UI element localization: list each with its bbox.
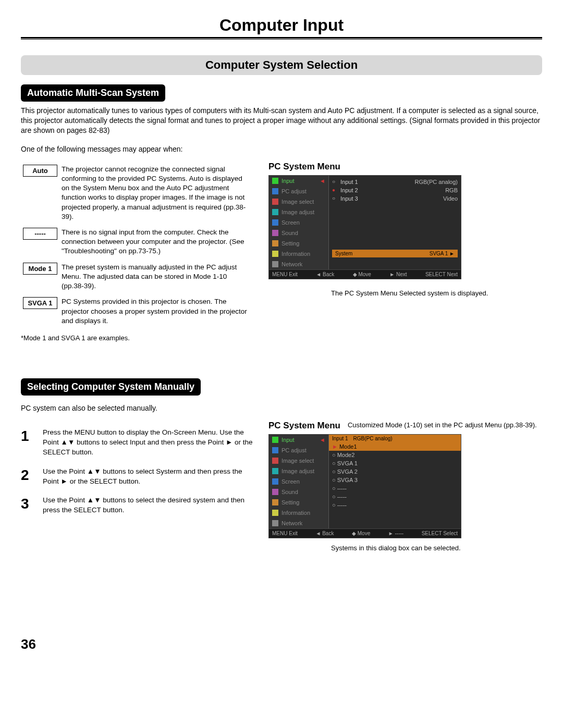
input1-label: Input 1: [340, 179, 372, 185]
input-icon: [272, 437, 278, 443]
side-network: Network: [282, 261, 302, 267]
ft-back: ◄ Back: [316, 272, 334, 277]
ft-exit: MENU Exit: [272, 272, 298, 277]
step-2-num: 2: [21, 467, 34, 487]
input1-val: RGB(PC analog): [414, 179, 458, 185]
examples-footnote: *Mode 1 and SVGA 1 are examples.: [21, 334, 253, 342]
topbar-input: Input 1: [332, 436, 348, 441]
osd2-caption: Systems in this dialog box can be select…: [331, 544, 542, 553]
screen-icon: [272, 478, 278, 485]
list-svga2: SVGA 2: [337, 468, 358, 475]
auto-scan-heading: Automatic Multi-Scan System: [21, 84, 165, 102]
manual-intro: PC system can also be selected manually.: [21, 404, 542, 412]
osd-main-1: ○Input 1RGB(PC analog) ●Input 2RGB ○Inpu…: [329, 176, 461, 269]
side-info: Information: [282, 251, 310, 257]
list-mode1: Mode1: [339, 443, 357, 450]
ft-move: ◆ Move: [353, 272, 371, 277]
osd-menu-2: Input◄ PC adjust Image select Image adju…: [268, 434, 461, 538]
setting-icon: [272, 499, 278, 505]
desc-mode1: The preset system is manually adjusted i…: [59, 260, 253, 294]
info-icon: [272, 251, 278, 257]
label-auto: Auto: [23, 165, 57, 177]
sound-icon: [272, 489, 278, 495]
list-svga1: SVGA 1: [337, 460, 358, 466]
page-number: 36: [21, 636, 542, 652]
imgadj-icon: [272, 468, 278, 474]
topbar-rgb: RGB(PC analog): [353, 436, 393, 441]
section-banner: Computer System Selection: [21, 55, 542, 75]
subbar-svga: SVGA 1 ►: [430, 251, 455, 256]
osd-sidebar-2: Input◄ PC adjust Image select Image adju…: [269, 435, 329, 528]
step-1-text: Press the MENU button to display the On-…: [43, 428, 253, 458]
pc-menu-heading-2: PC System Menu: [268, 421, 340, 431]
title-rule: [21, 37, 542, 40]
input3-val: Video: [443, 195, 458, 202]
osd-menu-1: Input◄ PC adjust Image select Image adju…: [268, 175, 461, 279]
label-svga1: SVGA 1: [23, 297, 57, 309]
setting-icon: [272, 240, 278, 246]
sound-icon: [272, 230, 278, 236]
side2-pcadjust: PC adjust: [282, 447, 307, 453]
side2-sound: Sound: [282, 489, 298, 495]
side2-setting: Setting: [282, 499, 299, 505]
side2-imgadj: Image adjust: [282, 468, 314, 474]
step-2-text: Use the Point ▲▼ buttons to select Syste…: [43, 467, 253, 487]
side-sound: Sound: [282, 230, 298, 236]
side-input: Input: [282, 178, 294, 184]
screen-icon: [272, 219, 278, 226]
side-setting: Setting: [282, 240, 299, 246]
ft2-next: ► -----: [388, 530, 403, 536]
manual-heading: Selecting Computer System Manually: [21, 378, 201, 396]
network-icon: [272, 261, 278, 267]
input2-label: Input 2: [340, 187, 372, 193]
label-mode1: Mode 1: [23, 263, 57, 275]
page-title: Computer Input: [21, 16, 542, 35]
message-table: Auto The projector cannot recognize the …: [21, 162, 253, 329]
desc-auto: The projector cannot recognize the conne…: [59, 162, 253, 225]
pcadjust-icon: [272, 188, 278, 194]
label-dashes: -----: [23, 228, 57, 240]
side-screen: Screen: [282, 219, 300, 226]
input2-val: RGB: [445, 187, 458, 193]
side2-input: Input: [282, 437, 294, 443]
info-icon: [272, 510, 278, 516]
list-d1: -----: [337, 485, 347, 491]
list-mode2: Mode2: [337, 452, 355, 458]
side2-info: Information: [282, 510, 310, 516]
list-d2: -----: [337, 493, 347, 500]
desc-svga1: PC Systems provided in this projector is…: [59, 294, 253, 329]
side-imgsel: Image select: [282, 199, 314, 205]
list-d3: -----: [337, 502, 347, 508]
ft2-select: SELECT Select: [422, 530, 458, 536]
step-3-num: 3: [21, 496, 34, 515]
imgadj-icon: [272, 209, 278, 215]
ft-next: ► Next: [389, 272, 407, 277]
pcadjust-icon: [272, 447, 278, 453]
imgsel-icon: [272, 458, 278, 464]
osd-sidebar-1: Input◄ PC adjust Image select Image adju…: [269, 176, 329, 269]
osd2-top-caption: Customized Mode (1-10) set in the PC adj…: [348, 421, 537, 430]
desc-dashes: There is no signal input from the comput…: [59, 225, 253, 260]
ft2-move: ◆ Move: [352, 530, 370, 536]
input-icon: [272, 178, 278, 184]
auto-intro: This projector automatically tunes to va…: [21, 106, 542, 135]
osd1-caption: The PC System Menu Selected system is di…: [331, 289, 488, 298]
list-svga3: SVGA 3: [337, 477, 358, 483]
step-3-text: Use the Point ▲▼ buttons to select the d…: [43, 496, 253, 515]
subbar-system: System: [335, 251, 352, 256]
pc-menu-heading-1: PC System Menu: [268, 162, 542, 172]
network-icon: [272, 520, 278, 526]
imgsel-icon: [272, 199, 278, 205]
side2-screen: Screen: [282, 478, 300, 485]
ft2-exit: MENU Exit: [272, 530, 298, 536]
osd-main-2: Input 1 RGB(PC analog) ► Mode1 ○ Mode2 ○…: [329, 435, 461, 528]
ft2-back: ◄ Back: [315, 530, 334, 536]
step-1-num: 1: [21, 428, 34, 458]
ft-select: SELECT Next: [425, 272, 458, 277]
side-imgadj: Image adjust: [282, 209, 314, 215]
side2-imgsel: Image select: [282, 458, 314, 464]
side-pcadjust: PC adjust: [282, 188, 307, 194]
side2-network: Network: [282, 520, 302, 526]
msg-intro: One of the following messages may appear…: [21, 145, 542, 153]
input3-label: Input 3: [340, 195, 372, 202]
